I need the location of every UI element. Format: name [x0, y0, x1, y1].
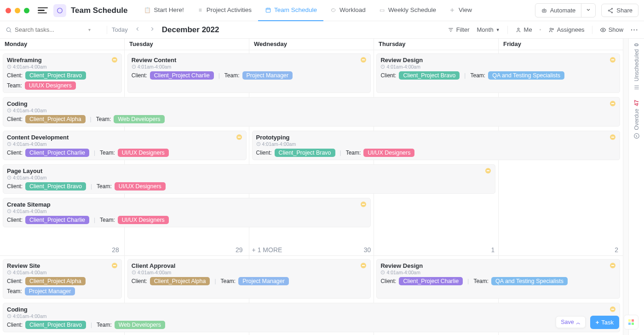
client-pill: Client_Project Bravo — [275, 149, 335, 157]
calendar-event[interactable]: Review Design4:01am-4:00amClient:Client_… — [376, 259, 620, 299]
chevron-left-icon — [134, 26, 141, 32]
status-icon — [112, 57, 117, 63]
calendar-event[interactable]: Coding4:01am-4:00amClient:Client_Project… — [3, 303, 620, 332]
hamburger-menu-icon[interactable] — [38, 6, 48, 16]
range-selector[interactable]: Month▼ — [477, 26, 500, 33]
event-time: 4:01am-4:00am — [7, 270, 118, 275]
automate-button-group: Automate — [535, 3, 596, 17]
calendar-event[interactable]: Coding4:01am-4:00amClient:Client_Project… — [3, 97, 620, 127]
svg-rect-1 — [266, 8, 270, 12]
tab-icon: 📋 — [144, 6, 151, 13]
next-period[interactable] — [147, 24, 157, 35]
calendar-event[interactable]: Page Layout4:01am-4:00amClient:Client_Pr… — [3, 164, 495, 194]
tab-icon — [449, 6, 456, 13]
client-pill: Client_Project Alpha — [25, 115, 86, 123]
svg-point-7 — [612, 12, 613, 12]
automate-caret[interactable] — [581, 4, 595, 17]
calendar-event[interactable]: Review Content4:01am-4:00amClient:Client… — [127, 53, 371, 93]
tab-start-here-[interactable]: 📋Start Here! — [138, 0, 190, 21]
app-logo-icon[interactable] — [53, 4, 66, 17]
calendar-container: MondayTuesdayWednesdayThursdayFriday 282… — [0, 39, 644, 335]
minimize-window[interactable] — [15, 8, 20, 13]
today-button[interactable]: Today — [112, 26, 128, 33]
event-title: Client Approval — [132, 262, 367, 269]
unscheduled-panel-toggle[interactable]: Unscheduled 0 — [633, 43, 640, 91]
clock-icon — [633, 133, 640, 139]
topbar: Team Schedule 📋Start Here!≡Project Activ… — [0, 0, 644, 21]
robot-icon — [541, 7, 547, 14]
day-header: Tuesday — [125, 39, 249, 50]
tab-weekly-schedule[interactable]: ▭Weekly Schedule — [372, 0, 443, 21]
save-button[interactable]: Save ︽ — [556, 316, 586, 328]
chevron-right-icon — [149, 26, 155, 32]
calendar-event[interactable]: Content Development4:01am-4:00amClient:C… — [3, 131, 247, 160]
tab-label: View — [459, 6, 472, 13]
client-pill: Client_Project Bravo — [399, 71, 460, 80]
day-number: 28 — [0, 246, 124, 254]
event-lane: Wireframing4:01am-4:00amClient:Client_Pr… — [0, 52, 623, 94]
event-meta: Client:Client_Project Charlie|Team:UI/UX… — [7, 149, 242, 157]
event-lane: Coding4:01am-4:00amClient:Client_Project… — [0, 301, 623, 334]
event-time: 4:01am-4:00am — [380, 64, 616, 69]
search-input[interactable] — [15, 26, 84, 33]
period-label: December 2022 — [162, 25, 219, 35]
automate-button[interactable]: Automate — [535, 4, 581, 17]
event-meta: Client:Client_Project Alpha|Team:Web Dev… — [7, 115, 616, 123]
calendar-event[interactable]: Review Design4:01am-4:00amClient:Client_… — [376, 53, 620, 93]
search-caret[interactable]: ▾ — [86, 25, 92, 34]
maximize-window[interactable] — [24, 8, 29, 13]
event-time: 4:01am-4:00am — [7, 64, 118, 69]
event-lane: Coding4:01am-4:00amClient:Client_Project… — [0, 96, 623, 128]
add-view-tab[interactable]: View — [443, 0, 478, 21]
tab-team-schedule[interactable]: Team Schedule — [258, 0, 323, 21]
overdue-panel-toggle[interactable]: Overdue 47 — [633, 100, 640, 139]
calendar-event[interactable]: Review Site4:01am-4:00amClient:Client_Pr… — [3, 259, 122, 299]
share-button[interactable]: Share — [601, 4, 638, 17]
view-tabs: 📋Start Here!≡Project ActivitiesTeam Sche… — [138, 0, 478, 21]
me-filter[interactable]: Me — [515, 26, 532, 33]
svg-point-0 — [58, 8, 63, 13]
event-time: 4:01am-4:00am — [7, 208, 367, 214]
event-title: Create Sitemap — [7, 201, 367, 208]
calendar-event[interactable]: Wireframing4:01am-4:00amClient:Client_Pr… — [3, 53, 122, 93]
search-box: ▾ — [6, 25, 102, 34]
event-meta: Client:Client_Project Bravo|Team:QA and … — [380, 71, 616, 80]
event-time: 4:01am-4:00am — [256, 141, 616, 147]
team-pill: QA and Testing Specialists — [491, 277, 568, 285]
client-pill: Client_Project Alpha — [25, 277, 86, 285]
tab-workload[interactable]: ⏲Workload — [323, 0, 372, 21]
show-button[interactable]: Show — [600, 26, 624, 33]
tab-label: Workload — [339, 6, 366, 13]
event-title: Review Site — [7, 262, 118, 269]
team-pill: UI/UX Designers — [118, 149, 169, 157]
search-icon — [6, 27, 12, 33]
event-time: 4:01am-4:00am — [132, 270, 367, 275]
status-icon — [610, 134, 615, 140]
assignees-filter[interactable]: Assignees — [548, 26, 585, 33]
more-events-link[interactable]: + 1 MORE — [252, 246, 282, 254]
svg-point-8 — [6, 28, 10, 31]
new-task-button[interactable]: + Task — [590, 316, 619, 329]
event-title: Review Design — [380, 57, 616, 64]
event-time: 4:01am-4:00am — [380, 270, 616, 275]
more-menu[interactable]: ··· — [631, 26, 638, 33]
apps-grid-icon — [628, 319, 634, 325]
share-icon — [607, 7, 614, 14]
prev-period[interactable] — [132, 24, 143, 35]
apps-button[interactable] — [624, 315, 638, 329]
calendar-event[interactable]: Client Approval4:01am-4:00amClient:Clien… — [127, 259, 371, 299]
calendar: MondayTuesdayWednesdayThursdayFriday 282… — [0, 39, 623, 335]
team-pill: QA and Testing Specialists — [488, 71, 564, 80]
client-pill: Client_Project Charlie — [25, 149, 89, 157]
event-meta: Client:Client_Project Bravo|Team:UI/UX D… — [7, 182, 491, 191]
close-window[interactable] — [6, 8, 11, 13]
right-tools: Filter Month▼ Me Assignees Show ··· — [448, 26, 638, 34]
scrollbar[interactable] — [623, 39, 628, 335]
tab-project-activities[interactable]: ≡Project Activities — [190, 0, 258, 21]
week-row: Review Site4:01am-4:00amClient:Client_Pr… — [0, 255, 623, 335]
filter-button[interactable]: Filter — [448, 26, 470, 33]
event-lane: Page Layout4:01am-4:00amClient:Client_Pr… — [0, 163, 623, 195]
calendar-event[interactable]: Create Sitemap4:01am-4:00amClient:Client… — [3, 198, 371, 227]
calendar-event[interactable]: Prototyping4:01am-4:00amClient:Client_Pr… — [252, 131, 620, 160]
day-number: + 1 MORE30 — [247, 246, 376, 254]
